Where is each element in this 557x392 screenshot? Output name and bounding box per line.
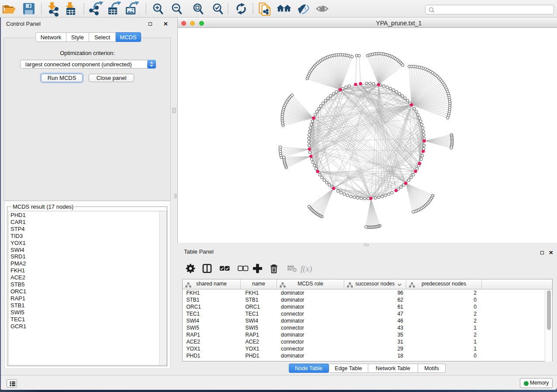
svg-text:f(x): f(x) [301,264,312,274]
